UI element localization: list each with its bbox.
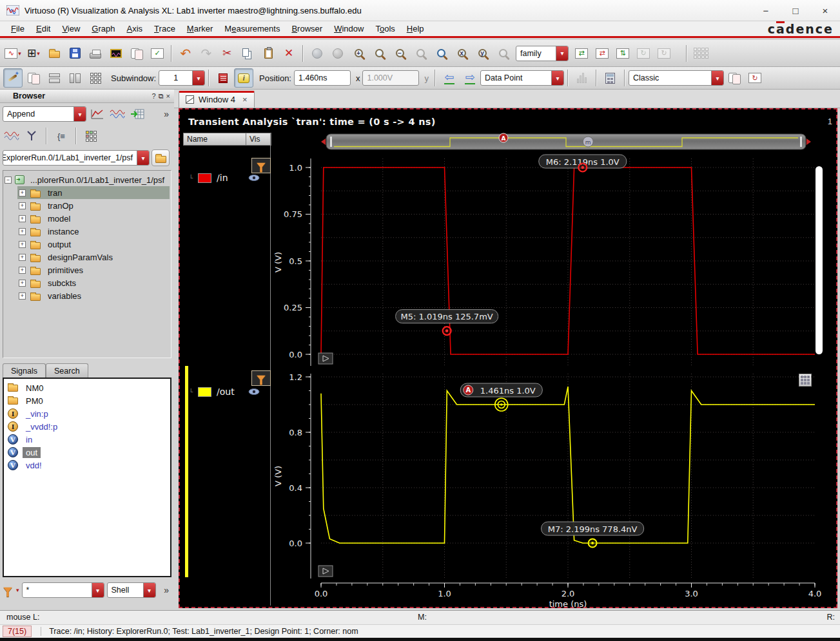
maximize-button[interactable]: □	[781, 0, 810, 21]
cards-tool-button[interactable]	[24, 68, 43, 88]
out-filter-button[interactable]	[251, 370, 271, 386]
append-mode-combo[interactable]: Append▾	[3, 106, 86, 122]
menu-view[interactable]: View	[56, 22, 86, 35]
snapshot-button[interactable]	[106, 44, 126, 63]
subwindow-grid-button[interactable]	[86, 68, 105, 88]
menu-browser[interactable]: Browser	[286, 22, 328, 35]
expand-box-icon[interactable]: +	[19, 254, 26, 261]
position-x-field[interactable]: 1.460ns	[294, 70, 351, 86]
marker-A[interactable]: A1.461ns 1.0V	[460, 383, 542, 411]
undo-button[interactable]: ↶	[176, 44, 195, 63]
expand-box-icon[interactable]: +	[19, 202, 26, 209]
signal-item-_vin:p[interactable]: I_vin:p	[5, 407, 169, 420]
zoom-fit-button[interactable]	[431, 44, 451, 63]
zoom-out-button[interactable]: −	[390, 44, 409, 63]
auto-refresh-button[interactable]: ↻	[654, 44, 674, 63]
signal-item-in[interactable]: Vin	[5, 433, 169, 446]
open-results-button[interactable]	[151, 149, 170, 166]
out-color-swatch[interactable]	[198, 387, 211, 397]
paste-button[interactable]	[259, 44, 278, 63]
out-visibility-toggle[interactable]	[248, 388, 260, 396]
menu-axis[interactable]: Axis	[121, 22, 149, 35]
dropdown-arrow-icon[interactable]: ▾	[551, 71, 563, 85]
dropdown-arrow-icon[interactable]: ▾	[192, 71, 204, 85]
cut-button[interactable]: ✂	[217, 44, 237, 63]
more-tools-chevron[interactable]: »	[164, 109, 171, 119]
tab-close-icon[interactable]: ×	[242, 95, 248, 104]
tree-item-output[interactable]: +output	[5, 238, 170, 251]
plot-assembler-button[interactable]	[82, 128, 100, 144]
tree-item-subckts[interactable]: +subckts	[5, 276, 170, 289]
style-combo[interactable]: Classic▾	[629, 70, 724, 86]
trace-row-in[interactable]: └ /in	[189, 173, 228, 183]
name-column-header[interactable]: Name	[183, 133, 246, 146]
trace-label-out[interactable]: /out	[217, 387, 235, 397]
overview-right-grip[interactable]	[800, 137, 802, 147]
export-table-button[interactable]	[128, 106, 146, 122]
overview-left-arrow-icon[interactable]	[321, 139, 326, 145]
window-layout-button[interactable]: ⊞▾	[24, 44, 43, 63]
expressions-button[interactable]: {≡	[52, 128, 70, 144]
save-button[interactable]	[65, 44, 84, 63]
edit-mode-button[interactable]: ✓	[148, 44, 167, 63]
expand-box-icon[interactable]: +	[19, 228, 26, 235]
help-button[interactable]: ?	[152, 92, 156, 100]
strip-play-button[interactable]	[318, 353, 333, 364]
waveform-plot[interactable]: 1.00.750.50.250.0V (V)1.20.80.40.0V (V)0…	[272, 153, 837, 608]
signal-item-out[interactable]: Vout	[5, 446, 169, 459]
in-color-swatch[interactable]	[198, 173, 211, 183]
trace-row-out[interactable]: └ /out	[189, 387, 235, 397]
limits-button[interactable]	[213, 68, 233, 88]
menu-marker[interactable]: Marker	[181, 22, 219, 35]
zoom-y-button[interactable]: y	[473, 44, 492, 63]
menu-graph[interactable]: Graph	[86, 22, 121, 35]
marker-M5[interactable]: M5: 1.019ns 125.7mV	[396, 310, 498, 336]
menu-file[interactable]: File	[5, 22, 30, 35]
dropdown-arrow-icon[interactable]: ▾	[711, 71, 723, 85]
histogram-button[interactable]	[572, 68, 592, 88]
expand-box-icon[interactable]: +	[19, 280, 26, 287]
tab-window-4[interactable]: Window 4 ×	[179, 91, 255, 108]
dropdown-arrow-icon[interactable]: ▾	[556, 46, 568, 61]
delete-button[interactable]: ✕	[279, 44, 298, 63]
overview-right-arrow-icon[interactable]	[806, 139, 811, 145]
filter-combo[interactable]: *▾	[22, 582, 104, 598]
next-point-button[interactable]: ⇨	[460, 68, 480, 88]
tree-item-primitives[interactable]: +primitives	[5, 263, 170, 276]
tab-search[interactable]: Search	[46, 363, 88, 378]
previous-point-button[interactable]: ⇦	[440, 68, 459, 88]
redo-button[interactable]: ↷	[197, 44, 216, 63]
plot-button[interactable]	[88, 106, 106, 122]
strip-play-button[interactable]	[318, 566, 333, 577]
dropdown-arrow-icon[interactable]: ▾	[143, 583, 155, 597]
menu-help[interactable]: Help	[401, 22, 430, 35]
dataset-combo[interactable]: ExplorerRun.0/1/Lab1_inverter_1/psf ▾	[3, 150, 150, 166]
snap-mode-combo[interactable]: Data Point▾	[480, 70, 564, 86]
plot-strip-button[interactable]	[108, 106, 126, 122]
close-button[interactable]: ×	[810, 0, 840, 21]
zoom-button[interactable]	[369, 44, 389, 63]
in-filter-button[interactable]	[251, 158, 271, 173]
print-button[interactable]	[86, 44, 105, 63]
more-filter-chevron[interactable]: »	[164, 585, 171, 595]
tree-item-variables[interactable]: +variables	[5, 289, 170, 302]
vis-column-header[interactable]: Vis	[246, 133, 271, 146]
signal-item-vdd![interactable]: Vvdd!	[5, 459, 169, 472]
signal-item-NM0[interactable]: NM0	[5, 381, 169, 394]
new-waveform-button[interactable]: ∿▾	[3, 44, 23, 63]
calculator-button[interactable]	[601, 68, 620, 88]
tree-item-tran[interactable]: +tran	[5, 186, 170, 199]
signal-item-_vvdd!:p[interactable]: I_vvdd!:p	[5, 420, 169, 433]
tree-root[interactable]: −...plorerRun.0/1/Lab1_inverter_1/psf	[5, 173, 170, 186]
undock-icon[interactable]: ⧉	[159, 92, 164, 100]
vertical-strips-button[interactable]	[65, 68, 84, 88]
open-button[interactable]	[44, 44, 64, 63]
hierarchy-view-button[interactable]	[23, 128, 41, 144]
marker-M6[interactable]: M6: 2.119ns 1.0V	[539, 155, 627, 172]
copy-window-button[interactable]	[127, 44, 146, 63]
subwindow-combo[interactable]: 1▾	[159, 70, 205, 86]
menu-tools[interactable]: Tools	[369, 22, 400, 35]
wand-tool-button[interactable]	[3, 68, 23, 88]
signal-item-PM0[interactable]: PM0	[5, 394, 169, 407]
copy-button[interactable]	[238, 44, 257, 63]
